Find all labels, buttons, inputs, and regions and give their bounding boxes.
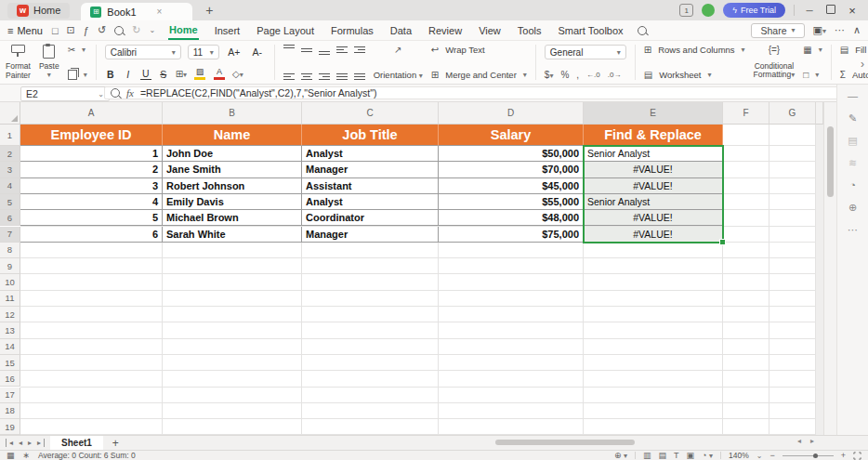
next-sheet-icon[interactable]: ▸ <box>25 439 34 447</box>
column-header-B[interactable]: B <box>163 102 302 125</box>
percent-format-button[interactable]: % <box>560 70 569 80</box>
cell-C2[interactable]: Analyst <box>302 146 439 162</box>
vertical-scrollbar-thumb[interactable] <box>827 126 834 197</box>
cell-A4[interactable]: 3 <box>20 178 163 194</box>
cell-A6[interactable]: 5 <box>20 210 163 226</box>
cell-B6[interactable]: Michael Brown <box>163 210 302 226</box>
underline-button[interactable]: U <box>140 68 151 80</box>
fit-screen-icon[interactable] <box>853 452 861 460</box>
tab-smart-toolbox[interactable]: Smart Toolbox <box>557 22 624 39</box>
cell-E2[interactable]: Senior Analyst <box>584 146 723 162</box>
increase-font-button[interactable]: A+ <box>226 46 243 58</box>
align-right-button[interactable] <box>319 73 330 80</box>
cell-D3[interactable]: $70,000 <box>439 162 584 177</box>
cell-C7[interactable]: Manager <box>302 227 439 243</box>
align-center-button[interactable] <box>301 73 312 80</box>
cell-B1[interactable]: Name <box>163 125 302 146</box>
row-header-19[interactable]: 19 <box>0 419 20 435</box>
profile-edit-icon[interactable]: ✎ <box>848 113 857 124</box>
format-painter-icon[interactable]: ƒ <box>84 25 89 36</box>
font-color-button[interactable]: A <box>213 68 226 80</box>
cell-A7[interactable]: 6 <box>20 227 163 243</box>
align-bottom-button[interactable] <box>319 45 330 55</box>
borders-button[interactable]: ⊞▾ <box>176 69 187 79</box>
last-sheet-icon[interactable]: ▸ <box>34 439 45 447</box>
scroll-right-icon[interactable]: ▸ <box>810 437 814 445</box>
tab-tools[interactable]: Tools <box>517 22 543 39</box>
quick-tools-icon[interactable]: ⊕ ▾ <box>614 452 627 460</box>
cell-D5[interactable]: $55,000 <box>439 194 584 210</box>
rows-columns-button[interactable]: ⊞ Rows and Columns▾ <box>644 45 745 55</box>
cut-button[interactable]: ✂▾ <box>68 45 87 55</box>
worksheet-button[interactable]: ▤ Worksheet▾ <box>644 70 745 80</box>
upgrade-button[interactable]: ϟ Free Trial <box>723 3 785 18</box>
collapse-ribbon-icon[interactable]: ∧ <box>853 24 861 36</box>
first-sheet-icon[interactable]: ◂ <box>6 439 16 447</box>
row-header-16[interactable]: 16 <box>0 371 20 387</box>
cell-E6[interactable]: #VALUE! <box>584 210 723 226</box>
increase-indent-button[interactable] <box>354 46 365 53</box>
align-middle-button[interactable] <box>301 45 312 55</box>
normal-view-icon[interactable]: ▤ <box>659 452 667 460</box>
vertical-scrollbar[interactable] <box>823 102 836 435</box>
decrease-font-button[interactable]: A- <box>249 46 266 58</box>
row-header-2[interactable]: 2 <box>0 146 20 162</box>
row-header-7[interactable]: 7 <box>0 227 20 243</box>
tab-formulas[interactable]: Formulas <box>330 22 375 39</box>
tab-review[interactable]: Review <box>427 22 463 39</box>
collapse-panel-icon[interactable]: — <box>848 91 858 101</box>
row-header-17[interactable]: 17 <box>0 388 20 403</box>
autosum-button[interactable]: Σ AutoSum▾ <box>840 70 868 80</box>
orientation-button[interactable]: Orientation ▾ <box>374 70 423 80</box>
cell-A5[interactable]: 4 <box>20 194 163 210</box>
merge-center-button[interactable]: ⊞ Merge and Center ▾ <box>431 70 527 80</box>
minimize-button[interactable]: ─ <box>803 6 816 16</box>
eye-protect-icon[interactable]: ◔ ▾ <box>702 452 713 460</box>
row-header-5[interactable]: 5 <box>0 194 20 210</box>
decrease-decimal-button[interactable]: .0→ <box>608 71 622 79</box>
distribute-button[interactable] <box>354 73 365 80</box>
currency-format-button[interactable]: $▾ <box>545 70 554 80</box>
cell-B3[interactable]: Jane Smith <box>163 162 302 177</box>
table-style-button[interactable]: ▦▾ <box>803 45 822 55</box>
font-size-select[interactable]: 11▾ <box>188 45 219 59</box>
panel-layout-icon[interactable]: ▣▾ <box>813 24 826 36</box>
ribbon-expand-icon[interactable]: › <box>861 58 864 71</box>
cell-C5[interactable]: Analyst <box>302 194 439 210</box>
formula-search-icon[interactable] <box>111 88 120 98</box>
cell-B2[interactable]: John Doe <box>163 146 302 162</box>
close-button[interactable]: × <box>846 4 859 18</box>
signature-icon[interactable]: ≋ <box>848 158 857 168</box>
cell-B4[interactable]: Robert Johnson <box>163 178 302 194</box>
sheet-tab[interactable]: Sheet1 <box>50 436 103 450</box>
row-header-12[interactable]: 12 <box>0 307 20 322</box>
font-family-select[interactable]: Calibri▾ <box>105 45 181 59</box>
cell-D1[interactable]: Salary <box>439 125 584 146</box>
row-header-6[interactable]: 6 <box>0 210 20 226</box>
cell-C1[interactable]: Job Title <box>302 125 439 146</box>
italic-button[interactable]: I <box>123 69 134 80</box>
row-header-18[interactable]: 18 <box>0 403 20 419</box>
column-header-C[interactable]: C <box>302 102 439 125</box>
user-avatar[interactable] <box>702 4 715 17</box>
cell-B7[interactable]: Sarah White <box>163 227 302 243</box>
align-top-button[interactable] <box>283 45 295 55</box>
name-box[interactable]: E2 ⌄ <box>20 86 110 101</box>
paste-button[interactable]: Paste ▾ <box>39 45 59 80</box>
cell-C6[interactable]: Coordinator <box>302 210 439 226</box>
tab-page-layout[interactable]: Page Layout <box>256 22 315 39</box>
sheet-grid[interactable]: ABCDEFG12345678910111213141516171819Empl… <box>0 102 823 435</box>
more-options-icon[interactable]: ⋯ <box>835 24 845 36</box>
row-header-4[interactable]: 4 <box>0 178 20 194</box>
cell-E7[interactable]: #VALUE! <box>584 227 723 243</box>
zoom-caret-icon[interactable]: ⌄ <box>756 452 763 460</box>
prev-sheet-icon[interactable]: ◂ <box>16 439 25 447</box>
tab-home[interactable]: Home <box>168 21 199 40</box>
undo-icon[interactable]: ↺ <box>98 24 106 36</box>
format-painter-button[interactable]: Format Painter <box>6 45 31 80</box>
comma-format-button[interactable]: , <box>576 70 579 80</box>
zoom-level[interactable]: 140% <box>729 451 749 460</box>
document-tab[interactable]: ⊞ Book1 × <box>81 3 192 20</box>
select-all-corner[interactable] <box>0 102 20 125</box>
column-header-F[interactable]: F <box>723 102 769 125</box>
